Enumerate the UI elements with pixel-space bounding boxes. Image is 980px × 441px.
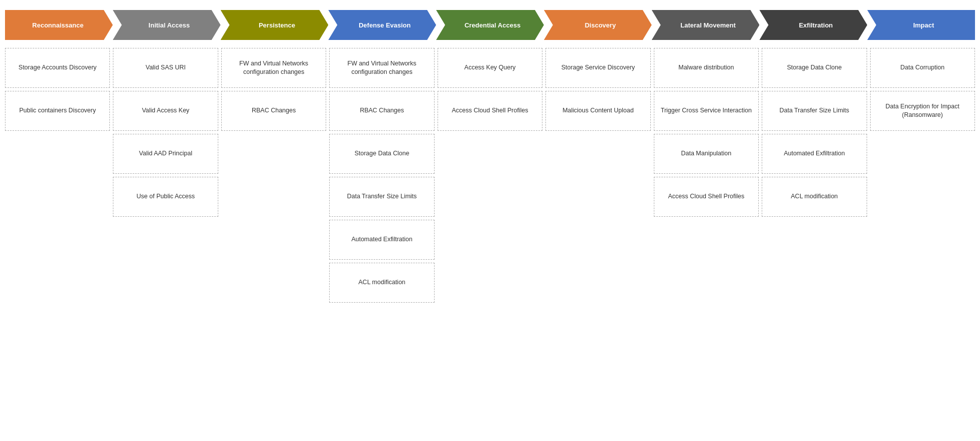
chevron-impact: Impact	[867, 10, 975, 40]
chevron-initial-access: Initial Access	[113, 10, 221, 40]
chevron-wrapper-impact: Impact	[867, 10, 975, 40]
cell-defense-evasion-1: RBAC Changes	[329, 91, 434, 131]
cell-lateral-movement-3: Access Cloud Shell Profiles	[654, 177, 759, 217]
chevron-discovery: Discovery	[544, 10, 652, 40]
cell-lateral-movement-1: Trigger Cross Service Interaction	[654, 91, 759, 131]
cell-exfiltration-3: ACL modification	[762, 177, 867, 217]
cell-defense-evasion-5: ACL modification	[329, 263, 434, 303]
cell-initial-access-3: Use of Public Access	[113, 177, 218, 217]
cell-initial-access-1: Valid Access Key	[113, 91, 218, 131]
column-discovery: Storage Service DiscoveryMalicious Conte…	[545, 48, 650, 131]
column-lateral-movement: Malware distributionTrigger Cross Servic…	[654, 48, 759, 217]
cell-persistence-1: RBAC Changes	[221, 91, 326, 131]
column-initial-access: Valid SAS URIValid Access KeyValid AAD P…	[113, 48, 218, 217]
cell-lateral-movement-2: Data Manipulation	[654, 134, 759, 174]
cell-exfiltration-0: Storage Data Clone	[762, 48, 867, 88]
chevron-persistence: Persistence	[221, 10, 329, 40]
cell-defense-evasion-2: Storage Data Clone	[329, 134, 434, 174]
chevron-wrapper-discovery: Discovery	[544, 10, 652, 40]
column-persistence: FW and Virtual Networks configuration ch…	[221, 48, 326, 131]
cell-defense-evasion-0: FW and Virtual Networks configuration ch…	[329, 48, 434, 88]
column-exfiltration: Storage Data CloneData Transfer Size Lim…	[762, 48, 867, 217]
columns-row: Storage Accounts DiscoveryPublic contain…	[5, 48, 975, 303]
cell-defense-evasion-4: Automated Exfiltration	[329, 220, 434, 260]
chevron-exfiltration: Exfiltration	[759, 10, 867, 40]
column-credential-access: Access Key QueryAccess Cloud Shell Profi…	[438, 48, 542, 131]
matrix-container: ReconnaissanceInitial AccessPersistenceD…	[5, 10, 975, 303]
cell-impact-1: Data Encryption for Impact (Ransomware)	[870, 91, 975, 131]
chevron-wrapper-defense-evasion: Defense Evasion	[328, 10, 436, 40]
cell-initial-access-0: Valid SAS URI	[113, 48, 218, 88]
header-row: ReconnaissanceInitial AccessPersistenceD…	[5, 10, 975, 40]
chevron-reconnaissance: Reconnaissance	[5, 10, 113, 40]
chevron-wrapper-reconnaissance: Reconnaissance	[5, 10, 113, 40]
chevron-wrapper-persistence: Persistence	[221, 10, 329, 40]
cell-credential-access-1: Access Cloud Shell Profiles	[438, 91, 542, 131]
cell-impact-0: Data Corruption	[870, 48, 975, 88]
chevron-wrapper-lateral-movement: Lateral Movement	[652, 10, 760, 40]
cell-defense-evasion-3: Data Transfer Size Limits	[329, 177, 434, 217]
chevron-credential-access: Credential Access	[436, 10, 544, 40]
chevron-wrapper-initial-access: Initial Access	[113, 10, 221, 40]
cell-persistence-0: FW and Virtual Networks configuration ch…	[221, 48, 326, 88]
cell-exfiltration-2: Automated Exfiltration	[762, 134, 867, 174]
cell-reconnaissance-1: Public containers Discovery	[5, 91, 110, 131]
cell-reconnaissance-0: Storage Accounts Discovery	[5, 48, 110, 88]
column-defense-evasion: FW and Virtual Networks configuration ch…	[329, 48, 434, 303]
cell-discovery-1: Malicious Content Upload	[545, 91, 650, 131]
chevron-defense-evasion: Defense Evasion	[328, 10, 436, 40]
chevron-wrapper-exfiltration: Exfiltration	[759, 10, 867, 40]
chevron-lateral-movement: Lateral Movement	[652, 10, 760, 40]
cell-lateral-movement-0: Malware distribution	[654, 48, 759, 88]
chevron-wrapper-credential-access: Credential Access	[436, 10, 544, 40]
cell-exfiltration-1: Data Transfer Size Limits	[762, 91, 867, 131]
column-impact: Data CorruptionData Encryption for Impac…	[870, 48, 975, 131]
cell-discovery-0: Storage Service Discovery	[545, 48, 650, 88]
column-reconnaissance: Storage Accounts DiscoveryPublic contain…	[5, 48, 110, 131]
cell-credential-access-0: Access Key Query	[438, 48, 542, 88]
cell-initial-access-2: Valid AAD Principal	[113, 134, 218, 174]
